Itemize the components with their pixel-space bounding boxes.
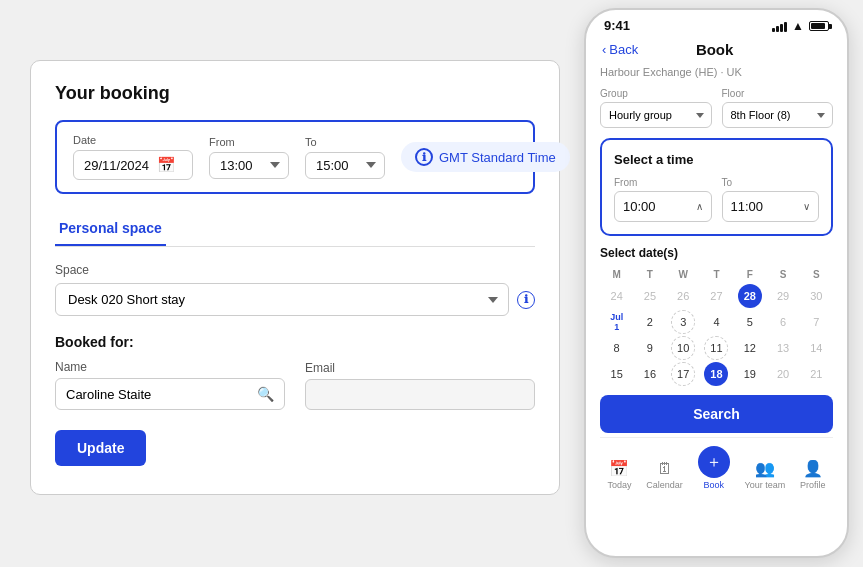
nav-today-label: Today (607, 480, 631, 490)
cal-day[interactable]: 20 (771, 362, 795, 386)
cal-day[interactable]: 8 (605, 336, 629, 360)
phone-content: Harbour Exchange (HE) · UK Group Hourly … (586, 66, 847, 494)
cal-day-today[interactable]: 18 (704, 362, 728, 386)
today-icon: 📅 (609, 459, 629, 478)
cal-day[interactable]: 17 (671, 362, 695, 386)
calendar-nav-icon: 🗓 (657, 460, 673, 478)
group-select[interactable]: Hourly group (600, 102, 712, 128)
from-field: From 13:00 (209, 136, 289, 179)
day-col-1: T (633, 266, 666, 283)
cal-day[interactable]: 28 (738, 284, 762, 308)
nav-team-label: Your team (745, 480, 786, 490)
popup-from-value: 10:00 (623, 199, 656, 214)
cal-day[interactable]: 30 (804, 284, 828, 308)
date-label: Date (73, 134, 193, 146)
phone-bottom-nav: 📅 Today 🗓 Calendar ＋ Book 👥 Your team 👤 … (600, 437, 833, 494)
popup-to-value: 11:00 (731, 199, 764, 214)
calendar-heading: Select date(s) (600, 246, 833, 260)
nav-calendar[interactable]: 🗓 Calendar (646, 460, 683, 490)
cal-day[interactable]: 11 (704, 336, 728, 360)
cal-day[interactable]: 19 (738, 362, 762, 386)
to-select[interactable]: 15:00 (305, 152, 385, 179)
fields-row: Name 🔍 Email (55, 360, 535, 410)
popup-to-picker[interactable]: 11:00 ∨ (722, 191, 820, 222)
popup-from-picker[interactable]: 10:00 ∧ (614, 191, 712, 222)
cal-day[interactable]: 4 (704, 310, 728, 334)
chevron-up-icon: ∧ (696, 201, 703, 212)
email-label: Email (305, 361, 535, 375)
cal-day[interactable]: 25 (638, 284, 662, 308)
phone-title: Book (646, 41, 783, 58)
floor-select[interactable]: 8th Floor (8) (722, 102, 834, 128)
to-field: To 15:00 (305, 136, 385, 179)
month-label: Jul1 (609, 310, 624, 334)
cal-day[interactable]: 15 (605, 362, 629, 386)
date-field: Date 29/11/2024 📅 (73, 134, 193, 180)
cal-day[interactable]: 26 (671, 284, 695, 308)
space-label: Space (55, 263, 535, 277)
back-button[interactable]: ‹ Back (602, 42, 638, 57)
status-time: 9:41 (604, 18, 630, 33)
profile-icon: 👤 (803, 459, 823, 478)
cal-day[interactable]: 16 (638, 362, 662, 386)
cal-day[interactable]: 29 (771, 284, 795, 308)
cal-day[interactable]: 5 (738, 310, 762, 334)
nav-book[interactable]: ＋ Book (698, 446, 730, 490)
status-bar: 9:41 ▲ (586, 10, 847, 37)
desktop-title: Your booking (55, 83, 535, 104)
nav-team[interactable]: 👥 Your team (745, 459, 786, 490)
form-section: Space Desk 020 Short stay ℹ Booked for: … (55, 263, 535, 410)
booked-for-label: Booked for: (55, 334, 535, 350)
nav-today[interactable]: 📅 Today (607, 459, 631, 490)
date-value: 29/11/2024 (84, 158, 149, 173)
group-floor-row: Group Hourly group Floor 8th Floor (8) (600, 88, 833, 128)
group-label: Group (600, 88, 712, 99)
nav-book-label: Book (703, 480, 724, 490)
cal-week-3: 8 9 10 11 12 13 14 (600, 335, 833, 361)
cal-day[interactable]: 6 (771, 310, 795, 334)
tab-personal-space[interactable]: Personal space (55, 212, 166, 246)
cal-day[interactable]: 13 (771, 336, 795, 360)
team-icon: 👥 (755, 459, 775, 478)
cal-day[interactable]: 27 (704, 284, 728, 308)
cal-week-2: Jul1 2 3 4 5 6 7 (600, 309, 833, 335)
signal-icon (772, 20, 787, 32)
book-icon: ＋ (698, 446, 730, 478)
gmt-badge[interactable]: ℹ GMT Standard Time (401, 142, 570, 172)
popup-to-label: To (722, 177, 820, 188)
cal-day[interactable]: 14 (804, 336, 828, 360)
cal-day[interactable]: 21 (804, 362, 828, 386)
select-time-popup: Select a time From 10:00 ∧ To 11:00 ∨ (600, 138, 833, 236)
cal-day[interactable]: 2 (638, 310, 662, 334)
date-input[interactable]: 29/11/2024 📅 (73, 150, 193, 180)
nav-profile[interactable]: 👤 Profile (800, 459, 826, 490)
popup-from-label: From (614, 177, 712, 188)
nav-calendar-label: Calendar (646, 480, 683, 490)
email-input[interactable] (305, 379, 535, 410)
space-select[interactable]: Desk 020 Short stay (55, 283, 509, 316)
day-col-4: F (733, 266, 766, 283)
cal-day[interactable]: 3 (671, 310, 695, 334)
name-field: Name 🔍 (55, 360, 285, 410)
phone-mockup: 9:41 ▲ ‹ Back Book Harbour Exchange (HE)… (584, 8, 849, 558)
popup-from-field: From 10:00 ∧ (614, 177, 712, 222)
cal-day[interactable]: 7 (804, 310, 828, 334)
cal-day[interactable]: 10 (671, 336, 695, 360)
day-col-0: M (600, 266, 633, 283)
name-input[interactable] (66, 387, 249, 402)
cal-day[interactable]: 24 (605, 284, 629, 308)
day-col-6: S (800, 266, 833, 283)
location-text: Harbour Exchange (HE) · UK (600, 66, 833, 78)
update-button[interactable]: Update (55, 430, 146, 466)
day-col-2: W (667, 266, 700, 283)
from-select[interactable]: 13:00 (209, 152, 289, 179)
search-button[interactable]: Search (600, 395, 833, 433)
day-col-5: S (766, 266, 799, 283)
day-col-3: T (700, 266, 733, 283)
cal-week-1: 24 25 26 27 28 29 30 (600, 283, 833, 309)
cal-day[interactable]: 12 (738, 336, 762, 360)
time-row: From 10:00 ∧ To 11:00 ∨ (614, 177, 819, 222)
cal-day[interactable]: 9 (638, 336, 662, 360)
space-info-icon[interactable]: ℹ (517, 291, 535, 309)
chevron-down-icon: ∨ (803, 201, 810, 212)
